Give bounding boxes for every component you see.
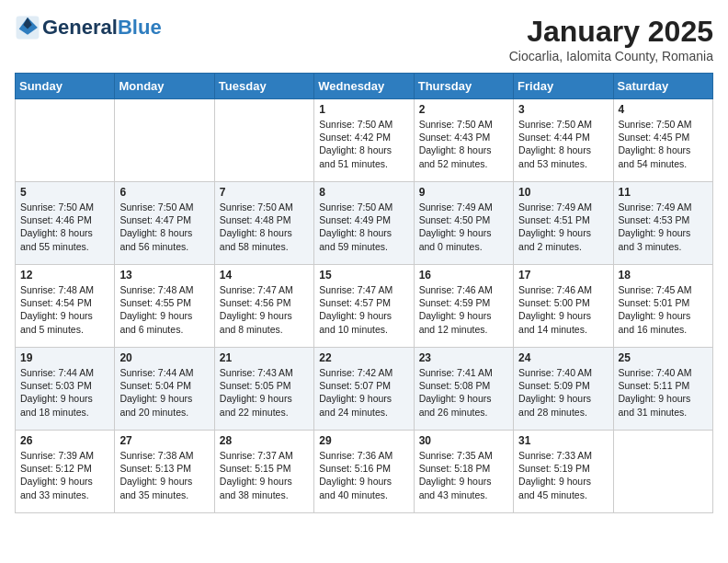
calendar-cell: 2Sunrise: 7:50 AMSunset: 4:43 PMDaylight… — [414, 99, 513, 182]
cell-info: Sunrise: 7:49 AMSunset: 4:53 PMDaylight:… — [619, 201, 708, 253]
cell-info: Sunrise: 7:38 AMSunset: 5:13 PMDaylight:… — [119, 449, 209, 501]
calendar-cell: 12Sunrise: 7:48 AMSunset: 4:54 PMDayligh… — [16, 265, 115, 348]
weekday-header: Thursday — [414, 74, 513, 99]
calendar-cell: 27Sunrise: 7:38 AMSunset: 5:13 PMDayligh… — [115, 431, 214, 513]
day-number: 14 — [220, 269, 309, 282]
cell-info: Sunrise: 7:48 AMSunset: 4:54 PMDaylight:… — [20, 283, 109, 336]
calendar-cell: 16Sunrise: 7:46 AMSunset: 4:59 PMDayligh… — [414, 265, 513, 348]
cell-info: Sunrise: 7:50 AMSunset: 4:46 PMDaylight:… — [20, 201, 109, 253]
weekday-header: Tuesday — [214, 74, 313, 99]
calendar-cell — [16, 99, 115, 182]
cell-info: Sunrise: 7:50 AMSunset: 4:49 PMDaylight:… — [319, 201, 408, 253]
day-number: 22 — [319, 351, 408, 364]
calendar-week-row: 19Sunrise: 7:44 AMSunset: 5:03 PMDayligh… — [16, 348, 713, 431]
day-number: 28 — [220, 434, 309, 447]
calendar-cell: 3Sunrise: 7:50 AMSunset: 4:44 PMDaylight… — [514, 99, 613, 182]
calendar-table: SundayMondayTuesdayWednesdayThursdayFrid… — [15, 73, 713, 513]
logo-blue: Blue — [118, 16, 162, 40]
cell-info: Sunrise: 7:50 AMSunset: 4:43 PMDaylight:… — [419, 118, 508, 170]
day-number: 2 — [419, 103, 508, 116]
logo-general: General — [42, 16, 118, 40]
calendar-cell: 4Sunrise: 7:50 AMSunset: 4:45 PMDaylight… — [613, 99, 712, 182]
day-number: 12 — [20, 269, 109, 282]
calendar-cell: 21Sunrise: 7:43 AMSunset: 5:05 PMDayligh… — [214, 348, 313, 431]
calendar-cell: 18Sunrise: 7:45 AMSunset: 5:01 PMDayligh… — [613, 265, 712, 348]
cell-info: Sunrise: 7:46 AMSunset: 4:59 PMDaylight:… — [419, 283, 508, 336]
day-number: 11 — [619, 186, 708, 199]
page-header: GeneralBlue January 2025 Ciocarlia, Ialo… — [15, 15, 713, 63]
calendar-week-row: 5Sunrise: 7:50 AMSunset: 4:46 PMDaylight… — [16, 182, 713, 265]
day-number: 1 — [319, 103, 408, 116]
day-number: 9 — [419, 186, 508, 199]
calendar-cell: 20Sunrise: 7:44 AMSunset: 5:04 PMDayligh… — [115, 348, 214, 431]
cell-info: Sunrise: 7:35 AMSunset: 5:18 PMDaylight:… — [419, 449, 508, 501]
calendar-cell: 26Sunrise: 7:39 AMSunset: 5:12 PMDayligh… — [16, 431, 115, 513]
cell-info: Sunrise: 7:44 AMSunset: 5:04 PMDaylight:… — [119, 366, 209, 419]
cell-info: Sunrise: 7:49 AMSunset: 4:50 PMDaylight:… — [419, 201, 508, 253]
calendar-cell: 9Sunrise: 7:49 AMSunset: 4:50 PMDaylight… — [414, 182, 513, 265]
cell-info: Sunrise: 7:47 AMSunset: 4:56 PMDaylight:… — [220, 283, 309, 336]
cell-info: Sunrise: 7:50 AMSunset: 4:42 PMDaylight:… — [319, 118, 408, 170]
day-number: 20 — [119, 351, 209, 364]
cell-info: Sunrise: 7:42 AMSunset: 5:07 PMDaylight:… — [319, 366, 408, 419]
cell-info: Sunrise: 7:37 AMSunset: 5:15 PMDaylight:… — [220, 449, 309, 501]
day-number: 24 — [518, 351, 608, 364]
cell-info: Sunrise: 7:39 AMSunset: 5:12 PMDaylight:… — [20, 449, 109, 501]
calendar-cell: 29Sunrise: 7:36 AMSunset: 5:16 PMDayligh… — [314, 431, 414, 513]
day-number: 4 — [619, 103, 708, 116]
day-number: 8 — [319, 186, 408, 199]
day-number: 6 — [119, 186, 209, 199]
calendar-cell: 28Sunrise: 7:37 AMSunset: 5:15 PMDayligh… — [214, 431, 313, 513]
calendar-week-row: 1Sunrise: 7:50 AMSunset: 4:42 PMDaylight… — [16, 99, 713, 182]
cell-info: Sunrise: 7:40 AMSunset: 5:11 PMDaylight:… — [619, 366, 708, 419]
calendar-cell — [214, 99, 313, 182]
calendar-week-row: 12Sunrise: 7:48 AMSunset: 4:54 PMDayligh… — [16, 265, 713, 348]
calendar-week-row: 26Sunrise: 7:39 AMSunset: 5:12 PMDayligh… — [16, 431, 713, 513]
cell-info: Sunrise: 7:46 AMSunset: 5:00 PMDaylight:… — [518, 283, 608, 336]
calendar-cell — [115, 99, 214, 182]
day-number: 31 — [518, 434, 608, 447]
calendar-cell: 10Sunrise: 7:49 AMSunset: 4:51 PMDayligh… — [514, 182, 613, 265]
day-number: 13 — [119, 269, 209, 282]
calendar-cell: 5Sunrise: 7:50 AMSunset: 4:46 PMDaylight… — [16, 182, 115, 265]
cell-info: Sunrise: 7:40 AMSunset: 5:09 PMDaylight:… — [518, 366, 608, 419]
cell-info: Sunrise: 7:49 AMSunset: 4:51 PMDaylight:… — [518, 201, 608, 253]
title-block: January 2025 Ciocarlia, Ialomita County,… — [509, 15, 713, 63]
day-number: 15 — [319, 269, 408, 282]
cell-info: Sunrise: 7:36 AMSunset: 5:16 PMDaylight:… — [319, 449, 408, 501]
calendar-cell: 11Sunrise: 7:49 AMSunset: 4:53 PMDayligh… — [613, 182, 712, 265]
calendar-header-row: SundayMondayTuesdayWednesdayThursdayFrid… — [16, 74, 713, 99]
day-number: 26 — [20, 434, 109, 447]
cell-info: Sunrise: 7:47 AMSunset: 4:57 PMDaylight:… — [319, 283, 408, 336]
calendar-cell: 31Sunrise: 7:33 AMSunset: 5:19 PMDayligh… — [514, 431, 613, 513]
day-number: 21 — [220, 351, 309, 364]
calendar-cell: 1Sunrise: 7:50 AMSunset: 4:42 PMDaylight… — [314, 99, 414, 182]
day-number: 17 — [518, 269, 608, 282]
location: Ciocarlia, Ialomita County, Romania — [509, 49, 713, 63]
cell-info: Sunrise: 7:50 AMSunset: 4:45 PMDaylight:… — [619, 118, 708, 170]
calendar-cell: 15Sunrise: 7:47 AMSunset: 4:57 PMDayligh… — [314, 265, 414, 348]
day-number: 27 — [119, 434, 209, 447]
calendar-cell: 13Sunrise: 7:48 AMSunset: 4:55 PMDayligh… — [115, 265, 214, 348]
day-number: 23 — [419, 351, 508, 364]
calendar-cell: 7Sunrise: 7:50 AMSunset: 4:48 PMDaylight… — [214, 182, 313, 265]
cell-info: Sunrise: 7:43 AMSunset: 5:05 PMDaylight:… — [220, 366, 309, 419]
calendar-cell: 25Sunrise: 7:40 AMSunset: 5:11 PMDayligh… — [613, 348, 712, 431]
day-number: 18 — [619, 269, 708, 282]
calendar-cell: 23Sunrise: 7:41 AMSunset: 5:08 PMDayligh… — [414, 348, 513, 431]
logo-icon — [15, 15, 40, 40]
calendar-cell: 14Sunrise: 7:47 AMSunset: 4:56 PMDayligh… — [214, 265, 313, 348]
day-number: 10 — [518, 186, 608, 199]
day-number: 30 — [419, 434, 508, 447]
calendar-cell — [613, 431, 712, 513]
weekday-header: Wednesday — [314, 74, 414, 99]
weekday-header: Monday — [115, 74, 214, 99]
day-number: 5 — [20, 186, 109, 199]
cell-info: Sunrise: 7:45 AMSunset: 5:01 PMDaylight:… — [619, 283, 708, 336]
calendar-cell: 24Sunrise: 7:40 AMSunset: 5:09 PMDayligh… — [514, 348, 613, 431]
calendar-cell: 22Sunrise: 7:42 AMSunset: 5:07 PMDayligh… — [314, 348, 414, 431]
calendar-cell: 19Sunrise: 7:44 AMSunset: 5:03 PMDayligh… — [16, 348, 115, 431]
weekday-header: Friday — [514, 74, 613, 99]
cell-info: Sunrise: 7:44 AMSunset: 5:03 PMDaylight:… — [20, 366, 109, 419]
cell-info: Sunrise: 7:50 AMSunset: 4:44 PMDaylight:… — [518, 118, 608, 170]
